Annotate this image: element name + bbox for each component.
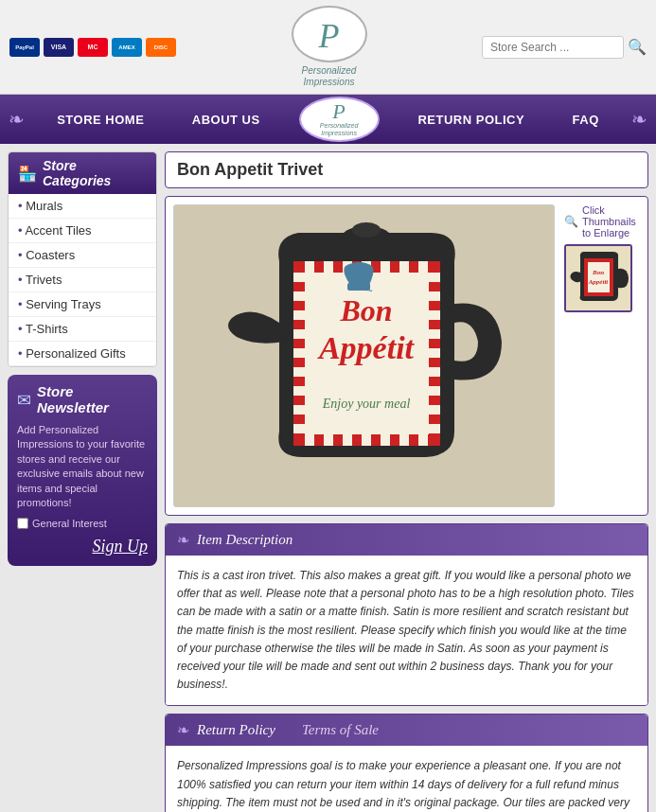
product-thumbnails: 🔍 Click Thumbnails to Enlarge B xyxy=(564,204,640,507)
header-logo: P Personalized Impressions xyxy=(176,6,482,88)
svg-text:Appétit: Appétit xyxy=(588,278,610,286)
nav-logo: P Personalized Impressions xyxy=(296,95,381,144)
logo-letter: P xyxy=(293,8,365,62)
general-interest-checkbox[interactable] xyxy=(17,518,28,529)
svg-rect-32 xyxy=(429,310,440,320)
nav-return-policy[interactable]: RETURN POLICY xyxy=(406,95,536,144)
main-layout: 🏪 Store Categories Murals Accent Tiles C… xyxy=(0,144,656,812)
nav-logo-text: Personalized Impressions xyxy=(320,122,358,136)
search-button[interactable]: 🔍 xyxy=(628,38,647,56)
sidebar-item-trivets[interactable]: Trivets xyxy=(9,268,156,292)
sidebar-item-serving-trays[interactable]: Serving Trays xyxy=(9,292,156,317)
return-policy-block: ❧ Return Policy Terms of Sale Personaliz… xyxy=(165,714,648,812)
trivet-image-svg: Bon Appétit Enjoy your meal ~ xyxy=(204,209,525,503)
newsletter-icon: ✉ xyxy=(17,390,31,411)
thumbnail-label[interactable]: 🔍 Click Thumbnails to Enlarge xyxy=(564,204,640,238)
logo-text: Personalized Impressions xyxy=(176,65,482,88)
svg-rect-36 xyxy=(429,386,440,396)
nav-logo-oval: P Personalized Impressions xyxy=(299,97,380,142)
thumbnail-label-text: Click Thumbnails to Enlarge xyxy=(582,204,640,238)
svg-rect-29 xyxy=(293,424,305,433)
nav-items: STORE HOME ABOUT US P Personalized Impre… xyxy=(33,95,623,144)
description-icon: ❧ xyxy=(177,531,189,549)
nav-curl-right-icon: ❧ xyxy=(623,95,656,144)
return-icon: ❧ xyxy=(177,721,189,739)
sidebar-item-murals[interactable]: Murals xyxy=(9,194,156,219)
svg-rect-18 xyxy=(381,434,390,446)
discover-icon: DISC xyxy=(146,38,176,57)
sidebar-item-personalized-gifts[interactable]: Personalized Gifts xyxy=(9,342,156,366)
svg-rect-49 xyxy=(610,258,613,296)
product-title: Bon Appetit Trivet xyxy=(177,160,636,180)
payment-icons: PayPal VISA MC AMEX DISC xyxy=(9,38,176,57)
svg-rect-16 xyxy=(343,434,352,446)
svg-rect-35 xyxy=(429,367,440,377)
sidebar-item-t-shirts[interactable]: T-Shirts xyxy=(9,317,156,342)
svg-rect-31 xyxy=(429,291,440,301)
svg-rect-25 xyxy=(293,348,305,358)
svg-rect-34 xyxy=(429,348,440,358)
item-description-block: ❧ Item Description This is a cast iron t… xyxy=(165,523,648,706)
svg-rect-45 xyxy=(584,258,613,296)
item-description-header: ❧ Item Description xyxy=(166,524,647,556)
svg-rect-30 xyxy=(429,273,440,282)
return-policy-body: Personalized Impressions goal is to make… xyxy=(166,746,647,812)
nav-curl-left-icon: ❧ xyxy=(0,95,33,144)
svg-rect-46 xyxy=(584,258,613,262)
svg-rect-15 xyxy=(324,434,333,446)
nav-logo-letter: P xyxy=(332,101,345,122)
sidebar-header: 🏪 Store Categories xyxy=(9,152,156,194)
return-policy-header: ❧ Return Policy Terms of Sale xyxy=(166,715,647,746)
nav-faq[interactable]: FAQ xyxy=(561,95,611,144)
svg-rect-22 xyxy=(293,291,305,301)
svg-rect-37 xyxy=(429,405,440,415)
categories-title: Store Categories xyxy=(43,158,147,188)
newsletter-body: Add Personalized Impressions to your fav… xyxy=(17,423,148,510)
content-area: Bon Appetit Trivet xyxy=(165,151,648,812)
sidebar-categories: 🏪 Store Categories Murals Accent Tiles C… xyxy=(8,151,157,367)
newsletter-title: Store Newsletter xyxy=(37,384,109,415)
svg-rect-14 xyxy=(305,434,314,446)
store-icon: 🏪 xyxy=(18,165,37,183)
paypal-icon: PayPal xyxy=(9,38,40,57)
svg-text:Enjoy your meal: Enjoy your meal xyxy=(321,397,410,411)
thumbnail-svg: Bon Appétit xyxy=(566,246,630,310)
svg-point-1 xyxy=(352,222,381,238)
svg-rect-24 xyxy=(293,329,305,339)
nav-about-us[interactable]: ABOUT US xyxy=(181,95,272,144)
item-description-title: Item Description xyxy=(197,532,293,548)
sidebar-item-coasters[interactable]: Coasters xyxy=(9,243,156,268)
product-main-image: Bon Appétit Enjoy your meal ~ xyxy=(173,204,555,507)
visa-icon: VISA xyxy=(44,38,74,57)
mastercard-icon: MC xyxy=(78,38,108,57)
svg-rect-28 xyxy=(293,405,305,415)
svg-rect-11 xyxy=(381,261,390,273)
logo-circle: P xyxy=(292,6,367,62)
svg-rect-12 xyxy=(399,261,409,273)
svg-rect-13 xyxy=(418,261,428,273)
return-policy-title: Return Policy xyxy=(197,722,275,738)
newsletter-header: ✉ Store Newsletter xyxy=(17,384,148,415)
item-description-body: This is a cast iron trivet. This also ma… xyxy=(166,556,647,705)
newsletter-checkbox-row[interactable]: General Interest xyxy=(17,518,148,529)
svg-rect-20 xyxy=(418,434,428,446)
thumbnail-image[interactable]: Bon Appétit xyxy=(564,244,632,312)
search-input[interactable] xyxy=(482,36,624,59)
sidebar-item-accent-tiles[interactable]: Accent Tiles xyxy=(9,219,156,243)
svg-rect-7 xyxy=(305,261,314,273)
amex-icon: AMEX xyxy=(112,38,142,57)
svg-rect-26 xyxy=(293,367,305,377)
nav-store-home[interactable]: STORE HOME xyxy=(45,95,155,144)
terms-of-sale-title: Terms of Sale xyxy=(302,722,379,738)
sidebar: 🏪 Store Categories Murals Accent Tiles C… xyxy=(8,151,157,566)
svg-rect-38 xyxy=(429,424,440,433)
svg-rect-17 xyxy=(362,434,371,446)
svg-rect-33 xyxy=(429,329,440,339)
product-title-bar: Bon Appetit Trivet xyxy=(165,151,648,188)
svg-text:Appétit: Appétit xyxy=(316,330,415,365)
navbar: ❧ STORE HOME ABOUT US P Personalized Imp… xyxy=(0,95,656,144)
svg-rect-27 xyxy=(293,386,305,396)
product-image-area: Bon Appétit Enjoy your meal ~ 🔍 Click Th… xyxy=(165,196,648,516)
signup-button[interactable]: Sign Up xyxy=(17,537,148,556)
search-area[interactable]: 🔍 xyxy=(482,36,647,59)
